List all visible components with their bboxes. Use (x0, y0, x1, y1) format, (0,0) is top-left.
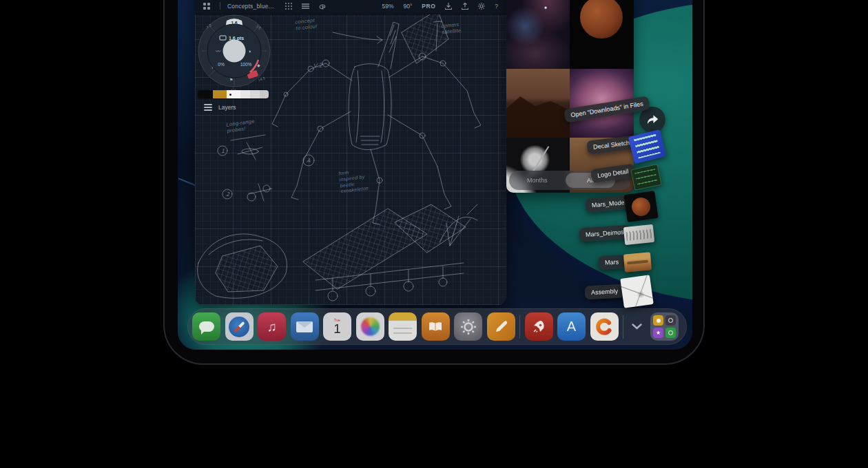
swatch-gray-3[interactable] (260, 90, 269, 98)
chat-bubble-icon (199, 321, 214, 332)
dock-calendar-app[interactable]: Tue 1 (323, 312, 351, 341)
probe-2-number: 2 (226, 191, 230, 198)
marker-a: A (307, 158, 311, 164)
zoom-level[interactable]: 59% (382, 3, 393, 10)
drag-item-label[interactable]: Mars (599, 255, 626, 270)
dock-appstore-app[interactable]: A (557, 312, 586, 341)
layers-button[interactable]: Layers (204, 104, 236, 111)
tips-mini-icon (653, 315, 663, 326)
opacity-max: 100% (240, 62, 252, 67)
drag-thumb-mars-model[interactable] (623, 191, 658, 222)
dock-divider (623, 315, 623, 339)
star-mini-icon: ★ (653, 328, 663, 338)
dock-music-app[interactable]: ♫ (258, 312, 286, 341)
export-share-icon[interactable] (462, 3, 468, 10)
annotation-satellite: comms satellite (441, 21, 462, 36)
annotation-version: V.2 (313, 62, 324, 70)
drag-thumb-mars-deimos[interactable] (623, 224, 654, 245)
photo-mars-butte[interactable] (506, 69, 570, 138)
photo-horsehead-nebula[interactable] (506, 0, 570, 69)
swatch-black[interactable] (198, 90, 213, 98)
photo-grid (506, 0, 634, 193)
opacity-min: 0% (218, 62, 225, 67)
segment-months[interactable]: Months (527, 171, 548, 190)
swatch-gray-2[interactable] (250, 90, 260, 98)
wheel-num-tag: 14.5 (258, 76, 266, 82)
photo-mars-globe[interactable] (570, 0, 634, 69)
import-icon[interactable] (445, 3, 452, 10)
selection-tool-icon[interactable] (319, 3, 326, 10)
notes-line-icon (393, 328, 412, 329)
rotation-angle[interactable]: 90° (403, 3, 412, 10)
annotation-color-note: concept to colour (295, 17, 318, 32)
dock-sketch-app[interactable] (487, 312, 515, 341)
pen-icon (493, 319, 509, 335)
dock-settings-app[interactable] (454, 312, 482, 341)
dock-messages-app[interactable] (192, 312, 220, 341)
drag-thumb-assembly[interactable] (620, 275, 654, 308)
swatch-white[interactable] (227, 90, 240, 98)
dock-photos-app[interactable] (356, 312, 384, 341)
dock-divider (519, 315, 520, 339)
compass-icon (229, 317, 249, 337)
dock-mail-app[interactable] (291, 312, 319, 341)
concepts-app-window: 1 2 A concept to colour V.2 comms satell… (195, 0, 506, 305)
envelope-icon (296, 321, 313, 332)
app-library-grid-icon: ★ (653, 315, 676, 338)
layers-label: Layers (218, 104, 236, 111)
pro-badge[interactable]: PRO (422, 3, 435, 10)
timer-mini-icon (665, 328, 676, 338)
settings-gear-icon[interactable] (478, 3, 485, 10)
notes-line-icon (393, 332, 412, 334)
probe-1-number: 1 (221, 148, 225, 154)
svg-text:〰: 〰 (216, 49, 220, 54)
dock-books-app[interactable] (422, 312, 450, 341)
page: 1 2 A concept to colour V.2 comms satell… (0, 0, 868, 468)
forward-arrow-icon (645, 112, 660, 127)
layers-stack-icon[interactable] (302, 3, 309, 10)
dock-notes-app[interactable] (389, 312, 417, 341)
photos-app-window: Months All (506, 0, 634, 193)
active-swatch-dot (229, 94, 231, 96)
layers-menu-icon (204, 107, 212, 108)
rocket-icon (531, 319, 546, 334)
drag-thumb-mars-painting[interactable] (623, 252, 652, 272)
chevron-down-icon (632, 323, 642, 330)
open-book-icon (428, 321, 443, 333)
dock: ♫ Tue 1 A (187, 308, 687, 345)
dock-rocket-app[interactable] (525, 312, 553, 341)
svg-text:◑: ◑ (248, 49, 251, 54)
annotation-beetle: form inspired by beetle exoskeleton (338, 168, 369, 195)
gear-icon (460, 319, 477, 335)
drag-item-label[interactable]: Assembly (585, 284, 625, 300)
help-button[interactable]: ? (495, 3, 498, 10)
dock-concepts-app[interactable] (590, 312, 619, 341)
appstore-a-icon: A (567, 319, 576, 334)
color-swatch-strip[interactable] (198, 90, 269, 98)
dock-app-library[interactable]: ★ (650, 312, 679, 341)
concepts-c-swirl-icon (595, 317, 614, 337)
dock-collapse-chevron[interactable] (628, 312, 646, 341)
camera-mini-icon (665, 315, 676, 326)
precision-grid-icon[interactable] (285, 3, 292, 10)
dock-safari-app[interactable] (225, 312, 254, 341)
swatch-gray-1[interactable] (240, 90, 250, 98)
ipad-screen: 1 2 A concept to colour V.2 comms satell… (178, 0, 692, 350)
tool-wheel[interactable]: ∿ ✒ ◆ Ab ⚑ 1.6 1.6 pts (195, 8, 278, 94)
calendar-day: 1 (333, 323, 341, 335)
photos-flower-icon (361, 317, 380, 336)
music-note-icon: ♫ (267, 319, 276, 334)
swatch-gold[interactable] (213, 90, 227, 98)
